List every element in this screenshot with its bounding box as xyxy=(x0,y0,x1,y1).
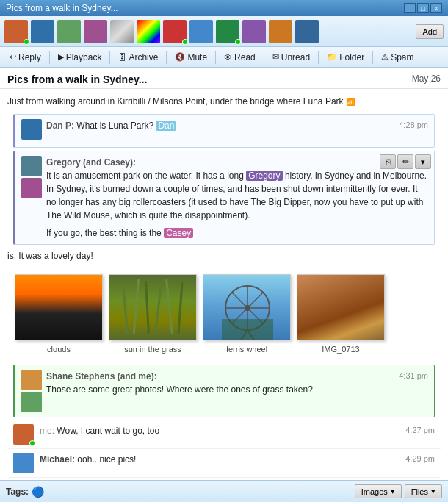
separator-5 xyxy=(264,51,264,64)
me-content: me: Wow, I cant wait to go, too xyxy=(40,424,400,437)
archive-button[interactable]: 🗄 Archive xyxy=(113,51,163,64)
reply-icon: ↩ xyxy=(10,52,16,62)
avatar-10[interactable] xyxy=(242,20,266,43)
shane-content: Shane Stephens (and me): 4:31 pm Those a… xyxy=(46,370,428,412)
shane-bubble-inner: Shane Stephens (and me): 4:31 pm Those a… xyxy=(21,370,428,412)
avatar-12[interactable] xyxy=(295,20,319,43)
photo-ferris-thumb xyxy=(203,274,291,340)
me-row: me: Wow, I cant wait to go, too 4:27 pm xyxy=(7,420,441,449)
playback-button[interactable]: ▶ Playback xyxy=(53,51,107,64)
shane-time: 4:31 pm xyxy=(399,370,428,382)
edit-buttons: ⎘ ✏ ▾ xyxy=(380,154,431,169)
message-intro: Just from walking around in Kirribilli /… xyxy=(7,95,441,108)
dropdown-button[interactable]: ▾ xyxy=(415,154,431,169)
shane-bubble: Shane Stephens (and me): 4:31 pm Those a… xyxy=(13,365,435,417)
shane-avatar2 xyxy=(21,392,42,412)
read-button[interactable]: 👁 Read xyxy=(219,51,261,64)
gregory-highlight: Gregory xyxy=(246,171,282,181)
spam-icon: ⚠ xyxy=(381,52,389,62)
photo-img0713-thumb xyxy=(297,274,385,340)
michael-time: 4:29 pm xyxy=(405,453,435,465)
tags-right: Images ▾ Files ▾ xyxy=(355,484,442,498)
gregory-avatar2 xyxy=(21,178,42,198)
me-sender: me: xyxy=(40,426,54,436)
casey-highlight: Casey xyxy=(164,228,193,238)
dan-highlight: Dan xyxy=(156,121,176,131)
avatar-9[interactable] xyxy=(216,20,239,43)
michael-content: Michael: ooh.. nice pics! xyxy=(40,453,400,466)
photo-img0713[interactable]: IMG_0713 xyxy=(297,274,385,356)
gregory-content: Gregory (and Casey): It is an amusement … xyxy=(46,156,428,240)
shane-text: Those are some great photos! Where were … xyxy=(46,383,428,396)
photo-ferris-label: ferris wheel xyxy=(226,343,267,356)
photos-section: clouds sun in the grass xyxy=(7,268,441,362)
photo-clouds[interactable]: clouds xyxy=(15,274,103,356)
avatar-5[interactable] xyxy=(110,20,134,43)
toolbar: ↩ Reply ▶ Playback 🗄 Archive 🔇 Mute 👁 Re… xyxy=(0,47,448,68)
add-button[interactable]: Add xyxy=(416,24,444,39)
separator-1 xyxy=(49,51,50,64)
dan-bubble-header: Dan P: What is Luna Park? Dan 4:28 pm xyxy=(21,119,428,140)
app-window: Pics from a walk in Sydney... _ □ × xyxy=(0,0,448,502)
message-date: May 26 xyxy=(412,73,441,84)
photo-grass[interactable]: sun in the grass xyxy=(109,274,197,356)
svg-rect-8 xyxy=(222,319,273,340)
shane-avatars xyxy=(21,370,42,412)
avatar-3[interactable] xyxy=(57,20,81,43)
me-text: Wow, I cant wait to go, too xyxy=(57,426,159,436)
avatar-4[interactable] xyxy=(84,20,107,43)
online-dot-3 xyxy=(235,39,241,45)
photo-img0713-label: IMG_0713 xyxy=(322,343,359,356)
main-content: Pics from a walk in Sydney... May 26 Jus… xyxy=(0,68,448,480)
me-avatar xyxy=(13,424,34,445)
title-bar: Pics from a walk in Sydney... _ □ × xyxy=(0,0,448,16)
gregory-avatars xyxy=(21,156,42,240)
images-chevron-icon: ▾ xyxy=(391,487,395,496)
images-dropdown[interactable]: Images ▾ xyxy=(355,484,402,498)
separator-4 xyxy=(215,51,216,64)
avatar-7[interactable] xyxy=(163,20,187,43)
online-dot xyxy=(24,39,29,45)
close-button[interactable]: × xyxy=(430,3,442,13)
avatar-2[interactable] xyxy=(31,20,54,43)
photo-grass-thumb xyxy=(109,274,197,340)
gregory-bubble: ⎘ ✏ ▾ Gregory (and Casey): It is an xyxy=(13,151,435,245)
dan-sender: Dan P: xyxy=(46,121,74,131)
read-icon: 👁 xyxy=(224,53,232,62)
copy-button[interactable]: ⎘ xyxy=(380,154,396,169)
avatar-1[interactable] xyxy=(4,20,28,43)
mute-icon: 🔇 xyxy=(175,52,185,62)
message-subject: Pics from a walk in Sydney... xyxy=(7,73,147,85)
tags-bar: Tags: 🔵 Images ▾ Files ▾ xyxy=(0,480,448,502)
tags-left: Tags: 🔵 xyxy=(6,486,44,498)
tags-add-icon[interactable]: 🔵 xyxy=(32,486,44,498)
gregory-bubble-inner: Gregory (and Casey): It is an amusement … xyxy=(21,156,428,240)
maximize-button[interactable]: □ xyxy=(417,3,429,13)
gregory-avatar1 xyxy=(21,156,42,176)
photo-clouds-thumb xyxy=(15,274,103,340)
separator-7 xyxy=(372,51,373,64)
unread-button[interactable]: ✉ Unread xyxy=(267,51,315,64)
shane-sender: Shane Stephens (and me): xyxy=(46,370,157,383)
reply-button[interactable]: ↩ Reply xyxy=(4,51,46,64)
spam-button[interactable]: ⚠ Spam xyxy=(376,51,419,64)
dan-text: What is Luna Park? xyxy=(76,121,153,131)
photo-clouds-label: clouds xyxy=(47,343,71,356)
files-chevron-icon: ▾ xyxy=(431,487,436,496)
folder-icon: 📁 xyxy=(327,52,337,62)
avatar-11[interactable] xyxy=(269,20,292,43)
minimize-button[interactable]: _ xyxy=(404,3,416,13)
separator-6 xyxy=(318,51,319,64)
photo-ferris[interactable]: ferris wheel xyxy=(203,274,291,356)
mute-button[interactable]: 🔇 Mute xyxy=(170,51,212,64)
avatar-6[interactable] xyxy=(137,20,160,43)
dan-avatar xyxy=(21,119,42,140)
edit-pencil-button[interactable]: ✏ xyxy=(397,154,413,169)
avatar-8[interactable] xyxy=(189,20,213,43)
gregory-text: It is an amusement park on the water. It… xyxy=(46,169,428,222)
message-body2: is. It was a lovely day! xyxy=(7,249,441,262)
folder-button[interactable]: 📁 Folder xyxy=(322,51,369,64)
shane-header: Shane Stephens (and me): 4:31 pm xyxy=(46,370,428,383)
files-dropdown[interactable]: Files ▾ xyxy=(405,484,442,498)
archive-icon: 🗄 xyxy=(118,53,126,62)
